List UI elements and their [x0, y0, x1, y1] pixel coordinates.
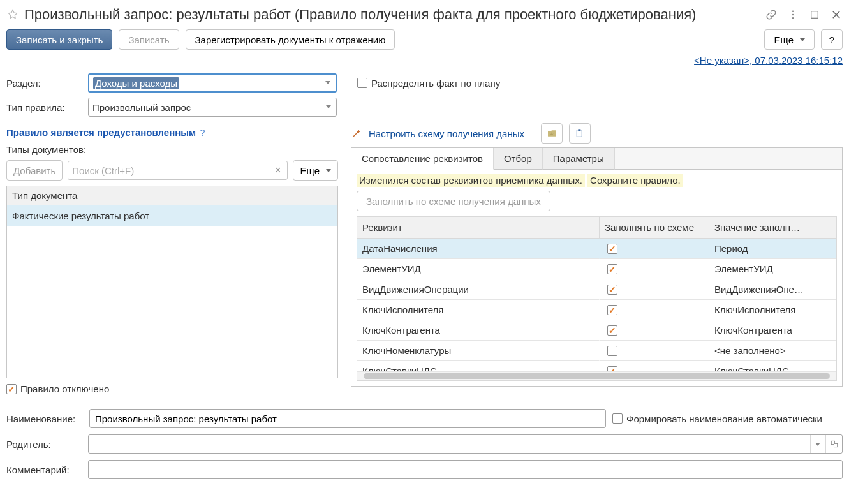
search-field[interactable]: Поиск (Ctrl+F) ×	[68, 161, 288, 180]
window-header: Произвольный запрос: результаты работ (П…	[6, 6, 843, 27]
doc-types-label: Типы документов:	[6, 142, 338, 158]
mapping-row[interactable]: КлючИсполнителяКлючИсполнителя	[357, 300, 836, 320]
tab-params[interactable]: Параметры	[543, 148, 615, 170]
mapping-attr: КлючСтавкиНДС	[357, 361, 600, 371]
name-row: Наименование: Формировать наименование а…	[6, 406, 843, 431]
save-button[interactable]: Записать	[119, 29, 179, 50]
mapping-checkbox[interactable]	[607, 264, 617, 274]
mapping-checkbox[interactable]	[607, 244, 617, 254]
h-scrollbar[interactable]	[357, 371, 836, 380]
autogen-checkbox[interactable]	[612, 413, 623, 424]
rule-type-dropdown[interactable]: Произвольный запрос	[88, 98, 337, 117]
comment-field[interactable]	[88, 460, 843, 479]
mapping-checkbox[interactable]	[607, 285, 617, 295]
register-docs-button[interactable]: Зарегистрировать документы к отражению	[186, 29, 395, 50]
mapping-row[interactable]: КлючНоменклатуры<не заполнено>	[357, 341, 836, 361]
setup-scheme-link[interactable]: Настроить схему получения даных	[369, 128, 524, 139]
main-toolbar: Записать и закрыть Записать Зарегистриро…	[6, 27, 843, 52]
mapping-attr: КлючИсполнителя	[357, 300, 600, 320]
parent-open-icon[interactable]	[825, 435, 842, 453]
mapping-body[interactable]: ДатаНачисленияПериодЭлементУИДЭлементУИД…	[357, 239, 836, 371]
distribute-checkbox[interactable]	[357, 78, 367, 88]
bottom-form: Наименование: Формировать наименование а…	[6, 406, 843, 482]
parent-field[interactable]	[88, 434, 843, 454]
autogen-row[interactable]: Формировать наименование автоматически	[612, 413, 822, 424]
maximize-icon[interactable]	[808, 8, 821, 21]
status-link[interactable]: <Не указан>, 07.03.2023 16:15:12	[694, 55, 843, 66]
rule-type-value: Произвольный запрос	[92, 102, 191, 113]
mapping-value: ВидДвиженияОпе…	[709, 279, 836, 300]
mapping-value: КлючКонтрагента	[709, 320, 836, 341]
tab-mapping[interactable]: Сопоставление реквизитов	[351, 148, 494, 170]
mapping-checkbox[interactable]	[607, 305, 617, 315]
mapping-by-scheme[interactable]	[600, 279, 709, 300]
mapping-by-scheme[interactable]	[600, 239, 709, 259]
doc-types-grid: Тип документа Фактические результаты раб…	[6, 186, 338, 378]
right-panel-container: Настроить схему получения даных Сопостав…	[351, 123, 843, 387]
link-icon[interactable]	[765, 8, 778, 21]
mapping-row[interactable]: КлючСтавкиНДСКлючСтавкиНДС	[357, 361, 836, 371]
doc-types-head: Тип документа	[7, 186, 337, 205]
warning-1: Изменился состав реквизитов приемника да…	[357, 174, 585, 187]
parent-dropdown-icon[interactable]	[810, 435, 824, 453]
more-button[interactable]: Еще	[764, 29, 815, 50]
tabs: Сопоставление реквизитов Отбор Параметры	[351, 148, 842, 170]
close-icon[interactable]	[830, 8, 843, 21]
mapping-attr: ВидДвиженияОперации	[357, 279, 600, 300]
name-input[interactable]	[94, 410, 602, 427]
more-label: Еще	[774, 34, 794, 45]
doc-types-body[interactable]: Фактические результаты работ	[7, 205, 337, 378]
section-dropdown[interactable]: Доходы и расходы	[88, 73, 337, 93]
doc-types-more-button[interactable]: Еще	[293, 160, 338, 181]
doc-type-row[interactable]: Фактические результаты работ	[7, 205, 337, 226]
rule-off-checkbox[interactable]	[6, 384, 17, 394]
mapping-checkbox[interactable]	[607, 366, 617, 372]
tab-filter[interactable]: Отбор	[494, 148, 543, 170]
paste-button[interactable]	[569, 123, 591, 144]
mapping-row[interactable]: ДатаНачисленияПериод	[357, 239, 836, 259]
comment-row: Комментарий:	[6, 457, 843, 482]
mapping-attr: КлючКонтрагента	[357, 320, 600, 341]
mapping-by-scheme[interactable]	[600, 320, 709, 341]
parent-row: Родитель:	[6, 431, 843, 457]
mapping-by-scheme[interactable]	[600, 341, 709, 361]
export-button[interactable]	[541, 123, 563, 144]
col-attr[interactable]: Реквизит	[357, 217, 600, 239]
mapping-row[interactable]: КлючКонтрагентаКлючКонтрагента	[357, 320, 836, 341]
mapping-row[interactable]: ВидДвиженияОперацииВидДвиженияОпе…	[357, 279, 836, 300]
distribute-check-row[interactable]: Распределять факт по плану	[357, 78, 500, 89]
header-icons	[765, 8, 843, 21]
section-selected: Доходы и расходы	[93, 77, 179, 89]
col-by-scheme[interactable]: Заполнять по схеме	[600, 217, 709, 239]
mapping-value: КлючИсполнителя	[709, 300, 836, 320]
kebab-menu-icon[interactable]	[786, 8, 799, 21]
parent-input[interactable]	[92, 435, 809, 453]
col-value[interactable]: Значение заполн…	[709, 217, 836, 239]
comment-input[interactable]	[92, 461, 838, 478]
mapping-checkbox[interactable]	[607, 346, 617, 356]
clear-search-icon[interactable]: ×	[272, 165, 283, 176]
predefined-text: Правило является предустановленным	[6, 127, 196, 138]
svg-rect-3	[811, 11, 818, 19]
mapping-attr: КлючНоменклатуры	[357, 341, 600, 361]
rule-off-row[interactable]: Правило отключено	[6, 378, 338, 399]
name-field[interactable]	[89, 409, 606, 428]
window-title: Произвольный запрос: результаты работ (П…	[24, 6, 760, 23]
add-button[interactable]: Добавить	[6, 160, 63, 181]
mapping-value: Период	[709, 239, 836, 259]
mapping-grid: Реквизит Заполнять по схеме Значение зап…	[357, 216, 837, 381]
mapping-checkbox[interactable]	[607, 325, 617, 336]
fill-by-scheme-button[interactable]: Заполнить по схеме получения данных	[357, 191, 550, 211]
mapping-by-scheme[interactable]	[600, 300, 709, 320]
help-button[interactable]: ?	[821, 29, 843, 50]
mapping-attr: ЭлементУИД	[357, 259, 600, 279]
mapping-value: ЭлементУИД	[709, 259, 836, 279]
mapping-by-scheme[interactable]	[600, 361, 709, 371]
svg-rect-4	[577, 130, 582, 137]
mapping-by-scheme[interactable]	[600, 259, 709, 279]
help-icon[interactable]: ?	[200, 127, 205, 138]
mapping-row[interactable]: ЭлементУИДЭлементУИД	[357, 259, 836, 279]
save-and-close-button[interactable]: Записать и закрыть	[6, 29, 112, 50]
favorite-star-icon[interactable]	[6, 8, 19, 21]
status-line: <Не указан>, 07.03.2023 16:15:12	[6, 52, 843, 71]
